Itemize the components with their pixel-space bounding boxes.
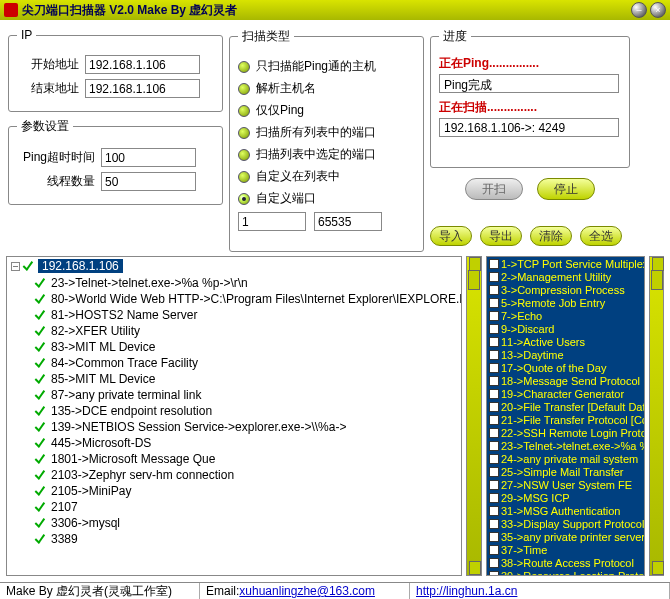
port-list-item[interactable]: 21->File Transfer Protocol [Control]->->: [487, 413, 644, 426]
port-list-item[interactable]: 11->Active Users: [487, 335, 644, 348]
radio-icon[interactable]: [238, 171, 250, 183]
tree-scrollbar[interactable]: [466, 256, 481, 576]
checkbox-icon[interactable]: [489, 467, 499, 477]
tree-item[interactable]: 84->Common Trace Facility: [7, 355, 461, 371]
tree-item[interactable]: 82->XFER Utility: [7, 323, 461, 339]
checkbox-icon[interactable]: [489, 389, 499, 399]
port-list-panel[interactable]: 1->TCP Port Service Multiplexer2->Manage…: [486, 256, 645, 576]
checkbox-icon[interactable]: [489, 350, 499, 360]
port-list-item[interactable]: 39->Resource Location Protocol: [487, 569, 644, 576]
port-list-item[interactable]: 33->Display Support Protocol: [487, 517, 644, 530]
tree-item[interactable]: 2105->MiniPay: [7, 483, 461, 499]
port-list-item[interactable]: 17->Quote of the Day: [487, 361, 644, 374]
tree-item[interactable]: 3306->mysql: [7, 515, 461, 531]
port-list-item[interactable]: 24->any private mail system: [487, 452, 644, 465]
checkbox-icon[interactable]: [489, 480, 499, 490]
minimize-button[interactable]: –: [631, 2, 647, 18]
port-from-input[interactable]: [238, 212, 306, 231]
checkbox-icon[interactable]: [489, 311, 499, 321]
checkbox-icon[interactable]: [489, 454, 499, 464]
port-list-item[interactable]: 1->TCP Port Service Multiplexer: [487, 257, 644, 270]
port-list-item[interactable]: 35->any private printer server: [487, 530, 644, 543]
select-all-button[interactable]: 全选: [580, 226, 622, 246]
tree-item[interactable]: 2107: [7, 499, 461, 515]
checkbox-icon[interactable]: [489, 493, 499, 503]
scan-option-6[interactable]: 自定义端口: [238, 190, 415, 207]
radio-icon[interactable]: [238, 83, 250, 95]
tree-item[interactable]: 3389: [7, 531, 461, 547]
port-list-item[interactable]: 27->NSW User System FE: [487, 478, 644, 491]
port-list-item[interactable]: 13->Daytime: [487, 348, 644, 361]
port-list-item[interactable]: 22->SSH Remote Login Protocol: [487, 426, 644, 439]
checkbox-icon[interactable]: [489, 441, 499, 451]
port-list-item[interactable]: 9->Discard: [487, 322, 644, 335]
url-link[interactable]: http://linghun.1a.cn: [416, 584, 517, 598]
port-list-item[interactable]: 19->Character Generator: [487, 387, 644, 400]
results-tree[interactable]: – 192.168.1.106 23->Telnet->telnet.exe->…: [6, 256, 462, 576]
tree-item[interactable]: 81->HOSTS2 Name Server: [7, 307, 461, 323]
checkbox-icon[interactable]: [489, 285, 499, 295]
scan-option-3[interactable]: 扫描所有列表中的端口: [238, 124, 415, 141]
radio-icon[interactable]: [238, 61, 250, 73]
tree-item[interactable]: 135->DCE endpoint resolution: [7, 403, 461, 419]
checkbox-icon[interactable]: [489, 519, 499, 529]
port-list-item[interactable]: 37->Time: [487, 543, 644, 556]
checkbox-icon[interactable]: [489, 532, 499, 542]
port-list-item[interactable]: 18->Message Send Protocol: [487, 374, 644, 387]
port-list-item[interactable]: 2->Management Utility: [487, 270, 644, 283]
tree-item[interactable]: 1801->Microsoft Message Que: [7, 451, 461, 467]
tree-toggle-icon[interactable]: –: [11, 262, 20, 271]
radio-icon[interactable]: [238, 127, 250, 139]
scan-option-2[interactable]: 仅仅Ping: [238, 102, 415, 119]
checkbox-icon[interactable]: [489, 506, 499, 516]
port-list-item[interactable]: 38->Route Access Protocol: [487, 556, 644, 569]
checkbox-icon[interactable]: [489, 415, 499, 425]
radio-icon[interactable]: [238, 105, 250, 117]
tree-item[interactable]: 85->MIT ML Device: [7, 371, 461, 387]
checkbox-icon[interactable]: [489, 571, 499, 577]
checkbox-icon[interactable]: [489, 545, 499, 555]
port-list-item[interactable]: 23->Telnet->telnet.exe->%a %p->\r\n: [487, 439, 644, 452]
scan-option-0[interactable]: 只扫描能Ping通的主机: [238, 58, 415, 75]
scan-option-1[interactable]: 解析主机名: [238, 80, 415, 97]
port-list-item[interactable]: 31->MSG Authentication: [487, 504, 644, 517]
port-list-item[interactable]: 29->MSG ICP: [487, 491, 644, 504]
tree-item[interactable]: 445->Microsoft-DS: [7, 435, 461, 451]
port-scrollbar[interactable]: [649, 256, 664, 576]
stop-scan-button[interactable]: 停止: [537, 178, 595, 200]
port-list-item[interactable]: 5->Remote Job Entry: [487, 296, 644, 309]
radio-icon[interactable]: [238, 149, 250, 161]
port-list-item[interactable]: 3->Compression Process: [487, 283, 644, 296]
tree-item[interactable]: 2103->Zephyr serv-hm connection: [7, 467, 461, 483]
checkbox-icon[interactable]: [489, 337, 499, 347]
export-button[interactable]: 导出: [480, 226, 522, 246]
threads-input[interactable]: [101, 172, 196, 191]
checkbox-icon[interactable]: [489, 402, 499, 412]
tree-item[interactable]: 87->any private terminal link: [7, 387, 461, 403]
import-button[interactable]: 导入: [430, 226, 472, 246]
radio-icon[interactable]: [238, 193, 250, 205]
email-link[interactable]: xuhuanlingzhe@163.com: [239, 584, 375, 598]
checkbox-icon[interactable]: [489, 428, 499, 438]
checkbox-icon[interactable]: [489, 376, 499, 386]
start-ip-input[interactable]: [85, 55, 200, 74]
checkbox-icon[interactable]: [489, 259, 499, 269]
clear-button[interactable]: 清除: [530, 226, 572, 246]
checkbox-icon[interactable]: [489, 272, 499, 282]
tree-root-ip[interactable]: 192.168.1.106: [38, 259, 123, 273]
scan-option-5[interactable]: 自定义在列表中: [238, 168, 415, 185]
port-list-item[interactable]: 25->Simple Mail Transfer: [487, 465, 644, 478]
tree-item[interactable]: 23->Telnet->telnet.exe->%a %p->\r\n: [7, 275, 461, 291]
port-list-item[interactable]: 7->Echo: [487, 309, 644, 322]
tree-item[interactable]: 83->MIT ML Device: [7, 339, 461, 355]
tree-item[interactable]: 80->World Wide Web HTTP->C:\Program File…: [7, 291, 461, 307]
checkbox-icon[interactable]: [489, 298, 499, 308]
end-ip-input[interactable]: [85, 79, 200, 98]
start-scan-button[interactable]: 开扫: [465, 178, 523, 200]
tree-item[interactable]: 139->NETBIOS Session Service->explorer.e…: [7, 419, 461, 435]
checkbox-icon[interactable]: [489, 363, 499, 373]
port-to-input[interactable]: [314, 212, 382, 231]
scan-option-4[interactable]: 扫描列表中选定的端口: [238, 146, 415, 163]
ping-timeout-input[interactable]: [101, 148, 196, 167]
checkbox-icon[interactable]: [489, 324, 499, 334]
